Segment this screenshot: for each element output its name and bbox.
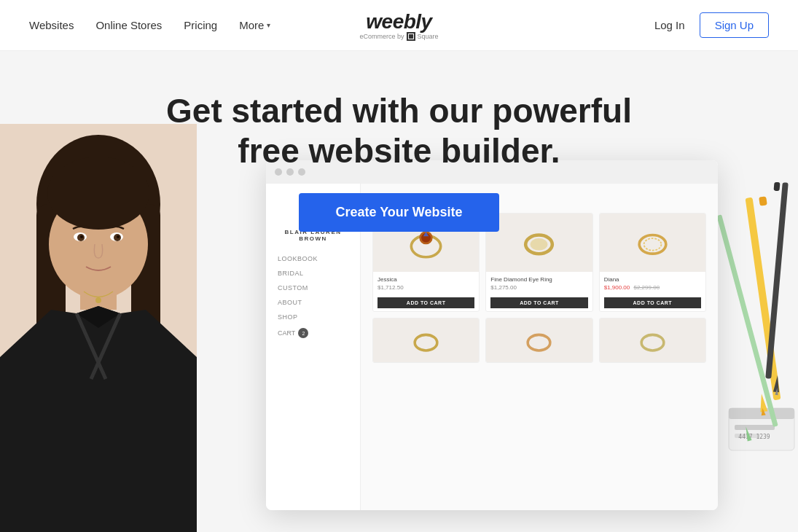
svg-point-24 [644,238,661,251]
square-logo-icon [407,32,415,41]
add-to-cart-1[interactable]: ADD TO CART [378,297,474,308]
product-img-6 [600,318,705,362]
product-name-3: Diana [604,276,701,283]
mockup-body: BLAIR LAUREN BROWN LOOKBOOK BRIDAL CUSTO… [266,184,718,510]
chevron-down-icon: ▾ [267,21,270,29]
decoration-illustration: 4417 1239 [714,124,798,532]
mockup-product-6 [599,318,706,363]
svg-point-15 [95,297,101,303]
product-info-2: Fine Diamond Eye Ring $1,275.00 ADD TO C… [486,272,592,311]
ring-icon-4 [410,324,442,357]
headline-text: Get started with our powerful free websi… [144,91,654,171]
product-name-1: Jessica [378,276,474,283]
svg-text:4417 1239: 4417 1239 [738,434,770,440]
mockup-content: BEST SELLERS Jessi [361,184,718,510]
decoration-svg: 4417 1239 [714,124,798,532]
product-info-3: Diana $1,900.00 $2,299.00 ADD TO CART [600,272,705,311]
brand-name: weebly [359,10,438,34]
svg-rect-30 [735,425,775,430]
create-website-button[interactable]: Create Your Website [299,193,498,232]
mockup-product-5 [485,318,592,363]
nav-right: Log In Sign Up [654,12,769,38]
nav-more-label[interactable]: More [239,19,264,31]
product-name-2: Fine Diamond Eye Ring [490,276,587,283]
nav-item-websites[interactable]: Websites [29,19,74,31]
add-to-cart-2[interactable]: ADD TO CART [490,297,587,308]
nav-item-more[interactable]: More ▾ [239,19,270,31]
svg-point-25 [415,335,437,351]
product-sale-price-3: $1,900.00 [604,284,630,291]
mockup-nav-lookbook: LOOKBOOK [278,255,348,262]
mockup-cart-badge: 2 [298,328,308,338]
mockup-product-grid-2 [372,318,706,363]
nav-left: Websites Online Stores Pricing More ▾ [29,19,270,31]
hero-section: Get started with our powerful free websi… [0,51,798,532]
nav-item-online-stores[interactable]: Online Stores [95,19,162,31]
product-orig-price-3: $2,299.00 [633,284,660,291]
hero-headline: Get started with our powerful free websi… [0,51,798,171]
nav-item-pricing[interactable]: Pricing [184,19,217,31]
svg-point-12 [117,235,120,238]
mockup-nav-about: ABOUT [278,299,348,306]
svg-point-11 [80,235,83,238]
product-price-1: $1,712.50 [378,284,474,291]
person-illustration [0,124,197,532]
svg-point-26 [528,335,551,351]
logo: weebly eCommerce by Square [359,10,438,41]
mockup-product-4 [372,318,480,363]
mockup-nav-custom: CUSTOM [278,284,348,292]
login-button[interactable]: Log In [654,19,685,31]
mockup-cart-label: CART [278,329,295,337]
svg-rect-40 [773,182,780,192]
add-to-cart-3[interactable]: ADD TO CART [604,297,701,308]
mockup-nav-shop: SHOP [278,313,348,321]
tagline: eCommerce by Square [359,32,438,41]
product-img-5 [486,318,592,362]
ring-icon-5 [523,324,555,357]
product-info-1: Jessica $1,712.50 ADD TO CART [373,272,479,311]
product-img-4 [373,318,479,362]
person-photo [0,124,197,532]
ring-icon-6 [636,324,669,357]
signup-button[interactable]: Sign Up [700,12,769,38]
mockup-sidebar: BLAIR LAUREN BROWN LOOKBOOK BRIDAL CUSTO… [266,184,361,510]
svg-point-22 [531,238,548,251]
header: Websites Online Stores Pricing More ▾ we… [0,0,798,51]
mockup-cart: CART 2 [278,328,348,338]
product-price-3: $1,900.00 $2,299.00 [604,284,701,291]
product-price-2: $1,275.00 [490,284,587,291]
mockup-nav-bridal: BRIDAL [278,270,348,277]
cta-area: Create Your Website [0,193,798,232]
svg-point-27 [641,335,664,351]
